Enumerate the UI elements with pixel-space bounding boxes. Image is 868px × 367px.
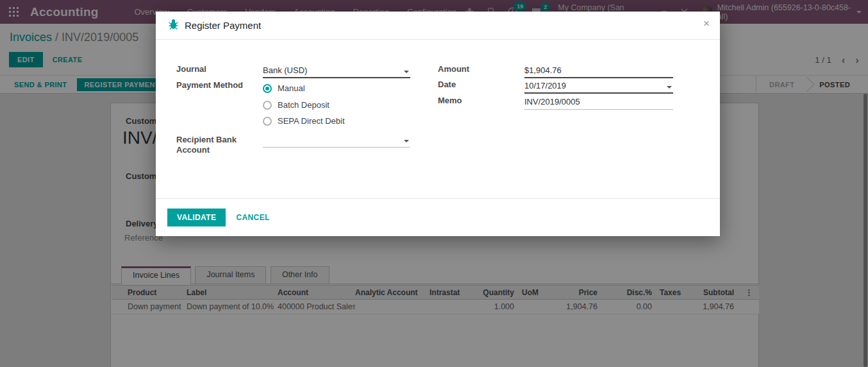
radio-sepa-direct-debit[interactable]: SEPA Direct Debit bbox=[263, 116, 345, 126]
radio-manual[interactable]: Manual bbox=[263, 83, 305, 93]
memo-input[interactable]: INV/2019/0005 bbox=[524, 97, 673, 110]
dialog-footer: VALIDATE CANCEL bbox=[156, 198, 720, 235]
dialog-body: Journal Bank (USD) Payment Method Manual… bbox=[156, 40, 720, 198]
amount-label: Amount bbox=[438, 64, 469, 74]
date-input[interactable]: 10/17/2019 bbox=[524, 81, 673, 94]
validate-button[interactable]: VALIDATE bbox=[167, 209, 226, 226]
cancel-button[interactable]: CANCEL bbox=[236, 213, 269, 222]
radio-icon bbox=[263, 101, 272, 110]
journal-label: Journal bbox=[176, 64, 206, 74]
chevron-down-icon bbox=[667, 86, 672, 89]
memo-label: Memo bbox=[438, 96, 462, 106]
recipient-bank-account-select[interactable] bbox=[263, 135, 410, 148]
radio-icon bbox=[263, 117, 272, 126]
dialog-header: Register Payment × bbox=[156, 12, 720, 40]
journal-select[interactable]: Bank (USD) bbox=[263, 65, 410, 78]
amount-input[interactable]: $1,904.76 bbox=[524, 65, 673, 78]
recipient-bank-account-label: Recipient Bank Account bbox=[176, 135, 248, 155]
dialog-title: Register Payment bbox=[185, 20, 261, 31]
chevron-down-icon bbox=[404, 140, 409, 142]
close-icon[interactable]: × bbox=[703, 18, 710, 29]
chevron-down-icon bbox=[404, 71, 409, 73]
date-label: Date bbox=[438, 80, 456, 90]
register-payment-dialog: Register Payment × Journal Bank (USD) Pa… bbox=[156, 12, 720, 236]
bug-icon bbox=[169, 19, 178, 32]
radio-selected-icon bbox=[263, 84, 272, 93]
radio-batch-deposit[interactable]: Batch Deposit bbox=[263, 100, 330, 110]
payment-method-label: Payment Method bbox=[176, 80, 243, 90]
